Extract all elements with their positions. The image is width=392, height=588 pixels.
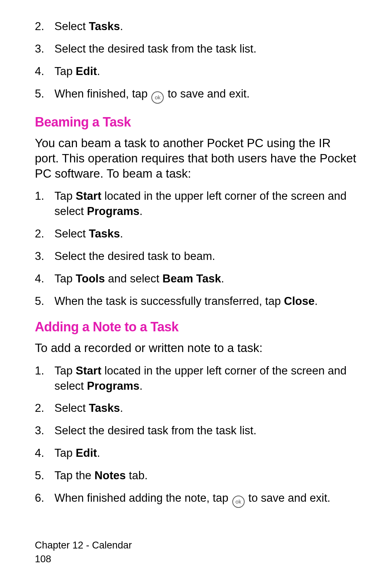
text-run: . <box>315 295 318 307</box>
text-run: Select <box>54 402 89 414</box>
bold-text: Programs <box>87 205 140 218</box>
text-run: Select <box>54 20 89 33</box>
step-text: Tap Start located in the upper left corn… <box>54 189 357 219</box>
step-number: 2. <box>35 401 54 416</box>
step-number: 5. <box>35 294 54 309</box>
text-run: Select <box>54 227 89 240</box>
footer-page-number: 108 <box>35 552 132 566</box>
list-item: 1.Tap Start located in the upper left co… <box>35 189 357 219</box>
step-number: 5. <box>35 468 54 483</box>
list-item: 5.Tap the Notes tab. <box>35 468 357 483</box>
bold-text: Tasks <box>89 402 120 414</box>
text-run: to save and exit. <box>245 492 330 504</box>
list-item: 6.When finished adding the note, tap ok … <box>35 490 357 508</box>
bold-text: Notes <box>94 469 126 482</box>
step-text: Tap Edit. <box>54 446 357 461</box>
bold-text: Programs <box>87 380 140 392</box>
step-text: Select the desired task from the task li… <box>54 41 357 57</box>
steps-beaming: 1.Tap Start located in the upper left co… <box>35 189 357 309</box>
list-item: 4.Tap Edit. <box>35 64 357 79</box>
text-run: Tap <box>54 272 76 285</box>
text-run: When the task is successfully transferre… <box>54 295 284 307</box>
step-number: 2. <box>35 226 54 241</box>
text-run: tab. <box>126 469 147 482</box>
list-item: 2.Select Tasks. <box>35 19 357 34</box>
bold-text: Start <box>76 190 102 202</box>
step-text: Select Tasks. <box>54 401 357 416</box>
text-run: Select the desired task from the task li… <box>54 42 257 55</box>
text-run: When finished adding the note, tap <box>54 492 232 504</box>
step-number: 5. <box>35 86 54 102</box>
step-text: Tap Edit. <box>54 64 357 79</box>
list-item: 3.Select the desired task from the task … <box>35 423 357 438</box>
step-text: Tap the Notes tab. <box>54 468 357 483</box>
text-run: . <box>120 20 123 33</box>
step-text: When the task is successfully transferre… <box>54 294 357 309</box>
page-footer: Chapter 12 - Calendar 108 <box>35 539 132 566</box>
step-number: 3. <box>35 423 54 438</box>
text-run: Tap <box>54 190 76 202</box>
intro-adding-note: To add a recorded or written note to a t… <box>35 340 357 356</box>
text-run: Tap the <box>54 469 94 482</box>
list-item: 4.Tap Edit. <box>35 446 357 461</box>
step-text: Tap Start located in the upper left corn… <box>54 363 357 394</box>
step-number: 6. <box>35 490 54 506</box>
list-item: 1.Tap Start located in the upper left co… <box>35 363 357 394</box>
step-number: 3. <box>35 41 54 57</box>
bold-text: Start <box>76 364 102 377</box>
ok-icon: ok <box>151 91 164 104</box>
text-run: . <box>221 272 224 285</box>
step-text: Tap Tools and select Beam Task. <box>54 271 357 286</box>
bold-text: Beam Task <box>163 272 221 285</box>
heading-adding-note: Adding a Note to a Task <box>35 319 357 335</box>
step-number: 3. <box>35 249 54 264</box>
list-item: 2.Select Tasks. <box>35 226 357 241</box>
list-item: 4.Tap Tools and select Beam Task. <box>35 271 357 286</box>
intro-beaming: You can beam a task to another Pocket PC… <box>35 136 357 182</box>
step-number: 1. <box>35 189 54 204</box>
text-run: and select <box>105 272 163 285</box>
step-text: Select Tasks. <box>54 226 357 241</box>
ok-icon: ok <box>232 496 245 508</box>
step-text: When finished adding the note, tap ok to… <box>54 490 357 508</box>
step-number: 4. <box>35 446 54 461</box>
step-number: 1. <box>35 363 54 378</box>
footer-chapter: Chapter 12 - Calendar <box>35 539 132 552</box>
text-run: Select the desired task from the task li… <box>54 424 257 437</box>
step-text: Select the desired task from the task li… <box>54 423 357 438</box>
text-run: Tap <box>54 447 76 459</box>
steps-adding-note: 1.Tap Start located in the upper left co… <box>35 363 357 508</box>
text-run: . <box>97 447 100 459</box>
text-run: . <box>97 65 100 78</box>
list-item: 5.When finished, tap ok to save and exit… <box>35 86 357 104</box>
list-item: 3.Select the desired task from the task … <box>35 41 357 57</box>
text-run: . <box>139 380 143 392</box>
step-number: 2. <box>35 19 54 34</box>
text-run: When finished, tap <box>54 87 151 100</box>
top-steps-list: 2.Select Tasks.3.Select the desired task… <box>35 19 357 104</box>
bold-text: Tasks <box>89 227 120 240</box>
step-number: 4. <box>35 64 54 79</box>
step-text: Select the desired task to beam. <box>54 249 357 264</box>
text-run: . <box>139 205 143 218</box>
bold-text: Edit <box>76 65 97 78</box>
list-item: 3.Select the desired task to beam. <box>35 249 357 264</box>
bold-text: Edit <box>76 447 97 459</box>
list-item: 5.When the task is successfully transfer… <box>35 294 357 309</box>
heading-beaming-a-task: Beaming a Task <box>35 115 357 130</box>
text-run: to save and exit. <box>164 87 249 100</box>
text-run: Tap <box>54 65 76 78</box>
document-page: 2.Select Tasks.3.Select the desired task… <box>0 0 392 588</box>
text-run: . <box>120 402 123 414</box>
bold-text: Tasks <box>89 20 120 33</box>
text-run: Tap <box>54 364 76 377</box>
text-run: Select the desired task to beam. <box>54 250 215 262</box>
text-run: . <box>120 227 123 240</box>
step-text: Select Tasks. <box>54 19 357 34</box>
step-text: When finished, tap ok to save and exit. <box>54 86 357 104</box>
bold-text: Tools <box>76 272 105 285</box>
bold-text: Close <box>284 295 314 307</box>
list-item: 2.Select Tasks. <box>35 401 357 416</box>
step-number: 4. <box>35 271 54 286</box>
